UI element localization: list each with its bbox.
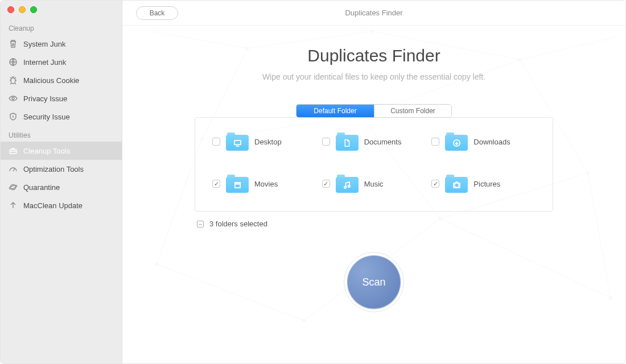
svg-point-18: [344, 186, 347, 188]
top-bar: Back Duplicates Finder: [122, 1, 625, 26]
close-window-button[interactable]: [7, 6, 14, 13]
folder-item-pictures: Pictures: [431, 175, 536, 193]
folder-item-documents: Documents: [322, 133, 426, 151]
sidebar-section-utilities: Utilities: [1, 126, 122, 142]
selection-summary-row: – 3 folders selected: [195, 220, 553, 228]
tab-default-folder[interactable]: Default Folder: [296, 105, 374, 117]
back-button[interactable]: Back: [136, 6, 178, 20]
zoom-window-button[interactable]: [30, 6, 37, 13]
svg-point-19: [348, 185, 351, 187]
app-window: Cleanup System Junk Internet Junk Malici…: [0, 0, 626, 364]
folder-selection-box: DesktopDocumentsDownloadsMoviesMusicPict…: [195, 117, 553, 212]
folder-label: Downloads: [473, 138, 510, 146]
svg-point-5: [9, 185, 18, 190]
scan-button[interactable]: Scan: [347, 255, 401, 309]
folder-music-icon: [336, 175, 359, 193]
folder-checkbox-desktop[interactable]: [212, 138, 220, 146]
folder-checkbox-music[interactable]: [322, 180, 330, 188]
folder-item-music: Music: [322, 175, 426, 193]
folder-checkbox-pictures[interactable]: [431, 180, 439, 188]
svg-rect-16: [234, 140, 240, 144]
sidebar-item-label: Malicious Cookie: [23, 76, 79, 85]
folder-label: Desktop: [254, 138, 282, 146]
folder-item-movies: Movies: [212, 175, 316, 193]
sidebar-item-label: Cleanup Tools: [23, 147, 70, 155]
sidebar-item-cleanup-tools[interactable]: Cleanup Tools: [1, 142, 122, 160]
page-subtitle: Wipe out your identical files to keep on…: [156, 72, 591, 81]
svg-point-1: [11, 78, 15, 84]
sidebar-item-label: Internet Junk: [23, 58, 66, 67]
svg-point-2: [12, 97, 14, 100]
sidebar-item-malicious-cookie[interactable]: Malicious Cookie: [1, 71, 122, 89]
folder-movie-icon: [226, 175, 249, 193]
minimize-window-button[interactable]: [19, 6, 26, 13]
sidebar-item-label: Security Issue: [23, 113, 70, 121]
scan-button-ring: Scan: [347, 255, 401, 309]
sidebar-item-label: Quarantine: [23, 183, 60, 192]
sidebar-item-system-junk[interactable]: System Junk: [1, 35, 122, 53]
planet-icon: [9, 183, 18, 192]
sidebar-item-privacy-issue[interactable]: Privacy Issue: [1, 89, 122, 107]
svg-point-20: [455, 183, 459, 187]
sidebar-item-optimization-tools[interactable]: Optimization Tools: [1, 160, 122, 178]
eye-icon: [9, 94, 18, 103]
svg-point-14: [302, 319, 306, 322]
folder-document-icon: [336, 133, 359, 151]
window-title: Duplicates Finder: [345, 9, 402, 17]
sidebar-section-cleanup: Cleanup: [1, 19, 122, 35]
trash-icon: [9, 39, 18, 48]
content-area: Duplicates Finder Wipe out your identica…: [122, 26, 625, 363]
gauge-icon: [9, 164, 18, 173]
folder-label: Pictures: [473, 180, 500, 188]
folder-download-icon: [445, 133, 468, 151]
sidebar-item-macclean-update[interactable]: MacClean Update: [1, 196, 122, 214]
page-title: Duplicates Finder: [156, 46, 591, 65]
sidebar-item-internet-junk[interactable]: Internet Junk: [1, 53, 122, 71]
selection-summary-text: 3 folders selected: [209, 220, 267, 228]
folder-checkbox-documents[interactable]: [322, 138, 330, 146]
sidebar: Cleanup System Junk Internet Junk Malici…: [1, 1, 122, 363]
folder-picture-icon: [445, 175, 468, 193]
indeterminate-checkbox[interactable]: –: [197, 221, 204, 228]
svg-point-7: [370, 30, 374, 33]
shield-icon: [9, 112, 18, 121]
sidebar-item-label: Optimization Tools: [23, 165, 84, 173]
folder-label: Documents: [364, 138, 402, 146]
sidebar-item-security-issue[interactable]: Security Issue: [1, 107, 122, 126]
main-panel: Back Duplicates Finder Duplicates Finder…: [122, 1, 625, 363]
sidebar-item-label: System Junk: [23, 40, 65, 48]
window-controls: [1, 1, 122, 19]
toolbox-icon: [9, 146, 18, 155]
folder-checkbox-downloads[interactable]: [431, 138, 439, 146]
sidebar-item-label: Privacy Issue: [23, 94, 67, 103]
svg-point-13: [155, 262, 158, 266]
tab-custom-folder[interactable]: Custom Folder: [374, 105, 451, 117]
arrow-up-icon: [9, 201, 18, 210]
globe-icon: [9, 57, 18, 67]
bug-icon: [9, 76, 18, 85]
sidebar-item-label: MacClean Update: [23, 201, 83, 210]
svg-point-15: [609, 296, 612, 300]
folder-item-downloads: Downloads: [431, 133, 536, 151]
folder-desktop-icon: [226, 133, 249, 151]
folder-label: Music: [364, 180, 384, 188]
sidebar-item-quarantine[interactable]: Quarantine: [1, 178, 122, 196]
folder-item-desktop: Desktop: [212, 133, 316, 151]
svg-point-12: [586, 171, 590, 175]
folder-label: Movies: [254, 180, 278, 188]
folder-tabs: Default Folder Custom Folder: [156, 104, 591, 118]
folder-checkbox-movies[interactable]: [212, 180, 220, 188]
